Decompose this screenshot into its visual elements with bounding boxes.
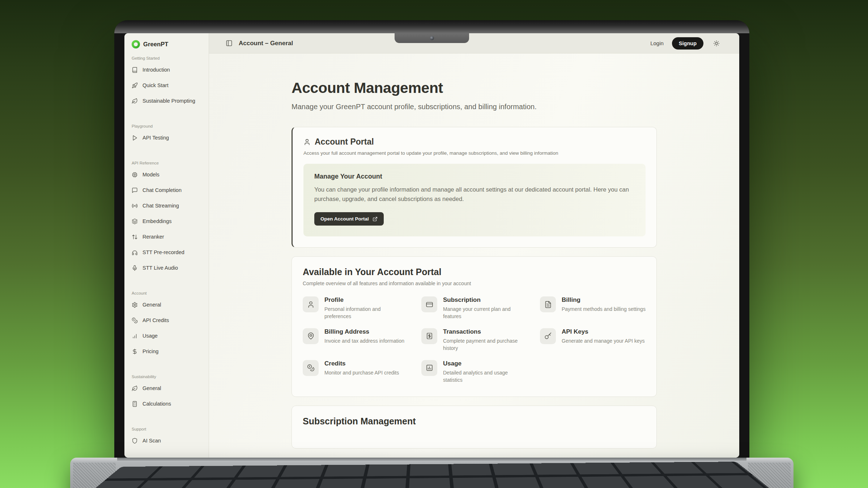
laptop-keyboard-deck	[70, 458, 793, 488]
sidebar-section-label: Account	[132, 291, 201, 295]
chart-frame-icon	[421, 360, 437, 376]
sidebar-item-label: Chat Streaming	[142, 202, 179, 210]
feature-item-profile: Profile Personal information and prefere…	[303, 296, 408, 320]
sidebar-item-label: STT Pre-recorded	[142, 249, 184, 256]
gear-icon	[132, 302, 138, 308]
credit-card-icon	[421, 296, 437, 312]
sidebar-item-label: AI Scan	[142, 437, 161, 445]
account-portal-card: Account Portal Access your full account …	[292, 127, 657, 248]
sidebar-item-sustainability-general[interactable]: General	[132, 381, 201, 396]
sidebar-section-label: Playground	[132, 124, 201, 128]
sidebar-section-label: Support	[132, 427, 201, 431]
feature-description: Manage your current plan and features	[443, 306, 527, 320]
portal-card-title: Account Portal	[315, 137, 374, 147]
sidebar-item-stt-live-audio[interactable]: STT Live Audio	[132, 260, 201, 276]
feature-description: Invoice and tax address information	[324, 338, 404, 345]
sidebar-item-models[interactable]: Models	[132, 167, 201, 183]
brand-logo[interactable]: GreenPT	[132, 38, 201, 50]
sidebar-item-reranker[interactable]: Reranker	[132, 229, 201, 245]
feature-title: Subscription	[443, 296, 527, 304]
feature-description: Generate and manage your API keys	[562, 338, 645, 345]
features-grid: Profile Personal information and prefere…	[303, 296, 646, 384]
rocket-icon	[132, 82, 138, 89]
radio-waves-icon	[132, 203, 138, 209]
login-link[interactable]: Login	[650, 40, 664, 46]
sun-icon[interactable]	[713, 40, 720, 47]
brand-name: GreenPT	[143, 41, 168, 48]
sidebar-item-label: Reranker	[142, 233, 164, 241]
signup-button[interactable]: Signup	[672, 37, 703, 50]
sidebar-item-api-credits[interactable]: API Credits	[132, 313, 201, 328]
feature-item-credits: Credits Monitor and purchase API credits	[303, 360, 408, 384]
user-icon	[303, 138, 311, 146]
sidebar: GreenPT Getting Started Introduction Qui…	[124, 33, 209, 458]
feature-title: Billing Address	[324, 328, 404, 335]
subscription-management-title: Subscription Management	[303, 416, 646, 427]
sidebar-toggle-icon[interactable]	[226, 40, 233, 47]
dollar-icon	[132, 348, 138, 355]
sidebar-item-label: STT Live Audio	[142, 264, 178, 272]
shield-icon	[132, 438, 138, 444]
sidebar-item-chat-streaming[interactable]: Chat Streaming	[132, 198, 201, 214]
sidebar-item-label: Introduction	[142, 66, 170, 74]
sidebar-section-label: API Reference	[132, 161, 201, 165]
leaf-icon	[132, 98, 138, 104]
features-card-title: Available in Your Account Portal	[303, 267, 646, 277]
sidebar-item-label: Chat Completion	[142, 187, 182, 194]
sidebar-item-pricing[interactable]: Pricing	[132, 344, 201, 359]
user-icon	[303, 296, 319, 312]
sidebar-item-usage[interactable]: Usage	[132, 328, 201, 344]
laptop-notch	[395, 33, 469, 43]
open-account-portal-button[interactable]: Open Account Portal	[314, 212, 384, 226]
sidebar-item-sustainable-prompting[interactable]: Sustainable Prompting	[132, 93, 201, 109]
features-card-subtitle: Complete overview of all features and in…	[303, 281, 646, 286]
page-title: Account Management	[292, 80, 657, 97]
invoice-icon	[540, 296, 556, 312]
sidebar-item-ai-scan[interactable]: AI Scan	[132, 433, 201, 449]
sidebar-item-account-general[interactable]: General	[132, 297, 201, 313]
coins-icon	[132, 317, 138, 324]
feature-title: API Keys	[562, 328, 645, 335]
book-icon	[132, 67, 138, 73]
feature-item-billing: Billing Payment methods and billing sett…	[540, 296, 646, 320]
feature-title: Transactions	[443, 328, 527, 335]
sidebar-item-label: Calculations	[142, 400, 171, 408]
feature-description: Monitor and purchase API credits	[324, 369, 399, 377]
sidebar-item-label: API Testing	[142, 134, 169, 142]
feature-item-usage: Usage Detailed analytics and usage stati…	[421, 360, 527, 384]
sidebar-item-introduction[interactable]: Introduction	[132, 62, 201, 78]
leaf-icon	[132, 385, 138, 391]
sidebar-item-label: API Credits	[142, 317, 169, 324]
manage-account-title: Manage Your Account	[314, 173, 635, 180]
feature-item-api-keys: API Keys Generate and manage your API ke…	[540, 328, 646, 352]
cpu-icon	[132, 172, 138, 178]
app-window: GreenPT Getting Started Introduction Qui…	[124, 33, 739, 458]
sidebar-item-calculations[interactable]: Calculations	[132, 396, 201, 412]
sidebar-item-label: General	[142, 385, 161, 392]
sidebar-item-api-testing[interactable]: API Testing	[132, 130, 201, 146]
sidebar-section-label: Getting Started	[132, 56, 201, 60]
manage-account-body: You can change your profile information …	[314, 185, 635, 204]
headphones-icon	[132, 249, 138, 256]
sidebar-item-label: Sustainable Prompting	[142, 97, 195, 105]
main-area: Account – General Login Signup Account M…	[209, 33, 739, 458]
sidebar-item-label: General	[142, 301, 161, 309]
microphone-icon	[132, 265, 138, 271]
sidebar-item-label: Usage	[142, 332, 158, 340]
sidebar-item-quick-start[interactable]: Quick Start	[132, 78, 201, 93]
sidebar-item-label: Embeddings	[142, 218, 172, 225]
sidebar-item-chat-completion[interactable]: Chat Completion	[132, 183, 201, 198]
map-pin-icon	[303, 328, 319, 344]
feature-title: Credits	[324, 360, 399, 367]
feature-description: Complete payment and purchase history	[443, 338, 527, 352]
laptop-screen-bezel: GreenPT Getting Started Introduction Qui…	[114, 20, 749, 458]
message-square-icon	[132, 187, 138, 193]
feature-title: Billing	[562, 296, 646, 304]
feature-title: Usage	[443, 360, 527, 367]
sidebar-item-stt-pre-recorded[interactable]: STT Pre-recorded	[132, 245, 201, 260]
sidebar-item-embeddings[interactable]: Embeddings	[132, 214, 201, 229]
subscription-management-card: Subscription Management	[292, 406, 657, 449]
feature-item-billing-address: Billing Address Invoice and tax address …	[303, 328, 408, 352]
open-account-portal-label: Open Account Portal	[320, 216, 369, 222]
content-scroll-area[interactable]: Account Management Manage your GreenPT a…	[209, 53, 739, 458]
